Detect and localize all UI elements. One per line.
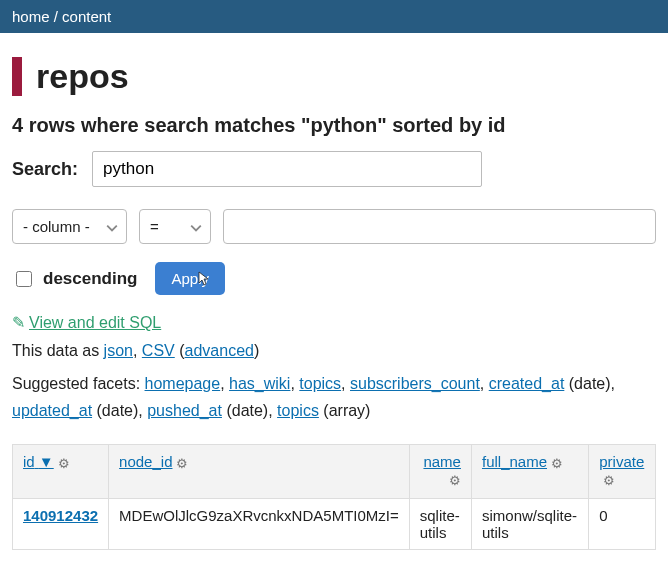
facet-topics-array[interactable]: topics xyxy=(277,402,319,419)
filter-column-select[interactable]: - column - xyxy=(12,209,127,244)
pencil-icon: ✎ xyxy=(12,314,25,331)
cell-full-name: simonw/sqlite-utils xyxy=(471,498,588,549)
breadcrumb-home[interactable]: home xyxy=(12,8,50,25)
filter-column-value: - column - xyxy=(23,218,90,235)
chevron-down-icon xyxy=(106,218,118,235)
gear-icon[interactable]: ⚙ xyxy=(551,456,563,471)
page-title: repos xyxy=(12,57,656,96)
filter-op-value: = xyxy=(150,218,159,235)
format-csv-link[interactable]: CSV xyxy=(142,342,175,359)
table-row: 140912432 MDEwOlJlcG9zaXRvcnkxNDA5MTI0Mz… xyxy=(13,498,656,549)
facet-updated-at[interactable]: updated_at xyxy=(12,402,92,419)
descending-label[interactable]: descending xyxy=(12,268,137,290)
gear-icon[interactable]: ⚙ xyxy=(176,456,188,471)
format-advanced-link[interactable]: advanced xyxy=(185,342,254,359)
view-sql-link[interactable]: View and edit SQL xyxy=(29,314,161,331)
cell-node-id: MDEwOlJlcG9zaXRvcnkxNDA5MTI0MzI= xyxy=(109,498,410,549)
table-header-row: id ▼⚙ node_id⚙ name⚙ full_name⚙ private⚙ xyxy=(13,445,656,499)
row-id-link[interactable]: 140912432 xyxy=(23,507,98,524)
apply-button[interactable]: Apply xyxy=(155,262,225,295)
col-node-id[interactable]: node_id⚙ xyxy=(109,445,410,499)
gear-icon[interactable]: ⚙ xyxy=(58,456,70,471)
gear-icon[interactable]: ⚙ xyxy=(603,473,615,488)
cell-private: 0 xyxy=(589,498,656,549)
breadcrumb-content[interactable]: content xyxy=(62,8,111,25)
filter-value-input[interactable] xyxy=(223,209,656,244)
results-table: id ▼⚙ node_id⚙ name⚙ full_name⚙ private⚙… xyxy=(12,444,656,550)
facet-homepage[interactable]: homepage xyxy=(145,375,221,392)
facet-has-wiki[interactable]: has_wiki xyxy=(229,375,290,392)
col-private[interactable]: private⚙ xyxy=(589,445,656,499)
cell-name: sqlite-utils xyxy=(409,498,471,549)
facet-created-at[interactable]: created_at xyxy=(489,375,565,392)
facet-pushed-at[interactable]: pushed_at xyxy=(147,402,222,419)
search-input[interactable] xyxy=(92,151,482,187)
descending-checkbox[interactable] xyxy=(16,271,32,287)
gear-icon[interactable]: ⚙ xyxy=(449,473,461,488)
chevron-down-icon xyxy=(190,218,202,235)
filter-op-select[interactable]: = xyxy=(139,209,211,244)
col-full-name[interactable]: full_name⚙ xyxy=(471,445,588,499)
formats-line: This data as json, CSV (advanced) xyxy=(12,342,656,360)
search-label: Search: xyxy=(12,159,78,180)
suggested-facets: Suggested facets: homepage, has_wiki, to… xyxy=(12,370,656,424)
facet-subscribers-count[interactable]: subscribers_count xyxy=(350,375,480,392)
sort-desc-icon: ▼ xyxy=(39,453,54,470)
breadcrumb-sep: / xyxy=(54,8,62,25)
col-name[interactable]: name⚙ xyxy=(409,445,471,499)
breadcrumb-bar: home / content xyxy=(0,0,668,33)
col-id[interactable]: id ▼⚙ xyxy=(13,445,109,499)
facet-topics[interactable]: topics xyxy=(299,375,341,392)
page-subtitle: 4 rows where search matches "python" sor… xyxy=(12,114,656,137)
format-json-link[interactable]: json xyxy=(104,342,133,359)
